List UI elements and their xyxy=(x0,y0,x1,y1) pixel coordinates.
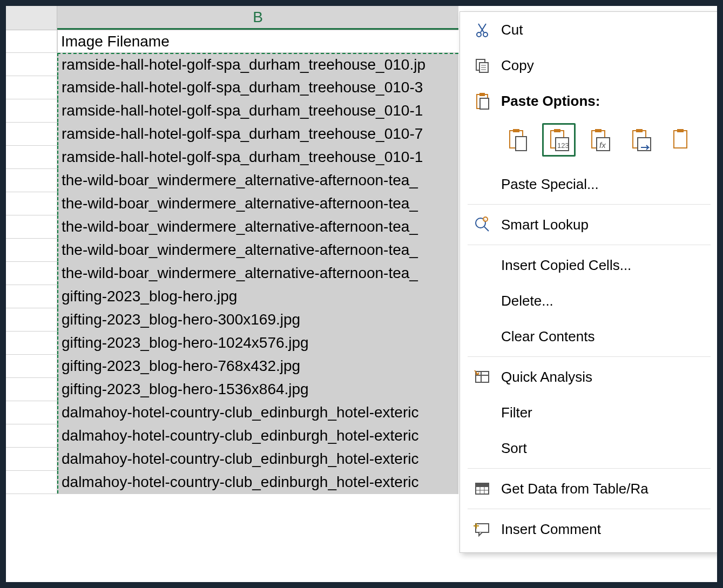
cell-a[interactable]: t/uplo xyxy=(4,424,57,447)
blank-icon xyxy=(470,291,495,310)
cell-a[interactable]: t/uplo xyxy=(4,192,57,215)
table-row: t/uplodalmahoy-hotel-country-club_edinbu… xyxy=(4,424,458,448)
table-row: t/uplogifting-2023_blog-hero-1024x576.jp… xyxy=(4,332,458,355)
copy-icon xyxy=(470,56,495,75)
table-row: t/uplogifting-2023_blog-hero-768x432.jpg xyxy=(4,355,458,378)
paste-option-formatting[interactable] xyxy=(665,123,699,157)
cell-a[interactable]: t/uplo xyxy=(4,146,57,168)
menu-get-data-from-table[interactable]: Get Data from Table/Ra xyxy=(460,471,718,506)
cell-b[interactable]: ramside-hall-hotel-golf-spa_durham_treeh… xyxy=(57,146,458,168)
svg-rect-9 xyxy=(480,98,489,109)
svg-text:i: i xyxy=(484,218,485,222)
quick-analysis-icon xyxy=(470,367,495,387)
cell-a[interactable]: t/uplo xyxy=(4,76,57,99)
cell-b[interactable]: ramside-hall-hotel-golf-spa_durham_treeh… xyxy=(57,99,458,122)
blank-icon xyxy=(470,327,495,346)
cell-b[interactable]: gifting-2023_blog-hero-300x169.jpg xyxy=(57,308,458,331)
svg-rect-30 xyxy=(476,371,489,382)
menu-separator xyxy=(468,468,711,469)
cell-b[interactable]: the-wild-boar_windermere_alternative-aft… xyxy=(57,262,458,285)
clipboard-icon xyxy=(470,91,495,111)
table-row: t/uplothe-wild-boar_windermere_alternati… xyxy=(4,215,458,239)
paste-option-transpose[interactable] xyxy=(624,123,658,157)
cell-b[interactable]: gifting-2023_blog-hero.jpg xyxy=(57,285,458,308)
cell-b[interactable]: dalmahoy-hotel-country-club_edinburgh_ho… xyxy=(57,448,458,470)
cell-b[interactable]: gifting-2023_blog-hero-768x432.jpg xyxy=(57,355,458,377)
cell-b[interactable]: ramside-hall-hotel-golf-spa_durham_treeh… xyxy=(57,76,458,99)
svg-rect-23 xyxy=(638,138,651,151)
svg-rect-38 xyxy=(476,524,489,532)
cell-a[interactable]: t/uplo xyxy=(4,355,57,377)
cell-a[interactable]: t/uplo xyxy=(4,53,57,76)
cell-b[interactable]: the-wild-boar_windermere_alternative-aft… xyxy=(57,192,458,215)
column-header-a[interactable] xyxy=(6,6,57,30)
menu-paste-special-label: Paste Special... xyxy=(495,176,718,193)
menu-delete-label: Delete... xyxy=(495,293,718,309)
menu-clear-contents[interactable]: Clear Contents xyxy=(460,319,718,354)
menu-filter-label: Filter xyxy=(495,404,718,421)
cell-b[interactable]: gifting-2023_blog-hero-1024x576.jpg xyxy=(57,332,458,354)
cell-a[interactable]: t/uplo xyxy=(4,285,57,308)
cell-b[interactable]: dalmahoy-hotel-country-club_edinburgh_ho… xyxy=(57,471,458,494)
menu-paste-special[interactable]: Paste Special... xyxy=(460,166,718,202)
table-row: t/uploramside-hall-hotel-golf-spa_durham… xyxy=(4,53,458,76)
svg-rect-8 xyxy=(479,93,485,96)
menu-insert-comment[interactable]: Insert Comment xyxy=(460,511,718,547)
menu-separator xyxy=(468,509,711,509)
cell-a[interactable]: t/uplo xyxy=(4,471,57,494)
menu-insert-copied-cells[interactable]: Insert Copied Cells... xyxy=(460,247,718,283)
svg-rect-12 xyxy=(516,137,526,151)
menu-paste-options-label: Paste Options: xyxy=(495,93,718,110)
table-row: t/uploramside-hall-hotel-golf-spa_durham… xyxy=(4,76,458,99)
cell-a[interactable]: t/uplo xyxy=(4,215,57,238)
scissors-icon xyxy=(470,20,495,39)
cell-a[interactable]: t/uplo xyxy=(4,448,57,470)
column-header-row: B xyxy=(4,6,458,30)
menu-quick-analysis[interactable]: Quick Analysis xyxy=(460,359,718,395)
cell-a[interactable]: t/uplo xyxy=(4,239,57,261)
table-row: t/uplodalmahoy-hotel-country-club_edinbu… xyxy=(4,401,458,424)
paste-option-values[interactable]: 123 xyxy=(542,123,576,157)
cell-a-header[interactable] xyxy=(4,30,57,52)
table-icon xyxy=(470,479,495,498)
cell-b[interactable]: gifting-2023_blog-hero-1536x864.jpg xyxy=(57,378,458,401)
paste-option-formulas[interactable]: fx xyxy=(583,123,617,157)
cell-b[interactable]: dalmahoy-hotel-country-club_edinburgh_ho… xyxy=(57,401,458,424)
menu-copy[interactable]: Copy xyxy=(460,48,718,83)
svg-point-1 xyxy=(483,32,488,37)
menu-sort-label: Sort xyxy=(495,440,718,457)
menu-copy-label: Copy xyxy=(495,57,718,74)
paste-option-paste[interactable] xyxy=(501,123,535,157)
cell-a[interactable]: t/uplo xyxy=(4,378,57,401)
cell-a[interactable]: t/uplo xyxy=(4,262,57,285)
table-row: t/uploramside-hall-hotel-golf-spa_durham… xyxy=(4,123,458,146)
cell-b[interactable]: ramside-hall-hotel-golf-spa_durham_treeh… xyxy=(57,53,458,76)
cell-b[interactable]: ramside-hall-hotel-golf-spa_durham_treeh… xyxy=(57,123,458,145)
blank-icon xyxy=(470,438,495,458)
svg-rect-14 xyxy=(554,129,560,132)
menu-filter[interactable]: Filter xyxy=(460,395,718,430)
cell-b[interactable]: the-wild-boar_windermere_alternative-aft… xyxy=(57,239,458,261)
cell-a[interactable]: t/uplo xyxy=(4,332,57,354)
table-header-row: Image Filename xyxy=(4,30,458,53)
menu-delete[interactable]: Delete... xyxy=(460,283,718,319)
menu-cut[interactable]: Cut xyxy=(460,12,718,48)
svg-rect-25 xyxy=(677,129,684,132)
column-header-b[interactable]: B xyxy=(57,6,458,30)
blank-icon xyxy=(470,174,495,194)
cell-b[interactable]: the-wild-boar_windermere_alternative-aft… xyxy=(57,215,458,238)
cell-a[interactable]: t/uplo xyxy=(4,123,57,145)
context-menu: Cut Copy Paste Options: 123 fx xyxy=(460,11,719,553)
cell-a[interactable]: t/uplo xyxy=(4,99,57,122)
cell-a[interactable]: t/uplo xyxy=(4,308,57,331)
menu-smart-lookup-label: Smart Lookup xyxy=(495,217,718,233)
cell-a[interactable]: t/uplo xyxy=(4,401,57,424)
spreadsheet-grid[interactable]: B Image Filename t/uploramside-hall-hote… xyxy=(4,6,458,582)
cell-b[interactable]: dalmahoy-hotel-country-club_edinburgh_ho… xyxy=(57,424,458,447)
menu-cut-label: Cut xyxy=(495,22,718,38)
cell-b[interactable]: the-wild-boar_windermere_alternative-aft… xyxy=(57,169,458,192)
cell-b-header[interactable]: Image Filename xyxy=(57,30,458,52)
cell-a[interactable]: t/uplo xyxy=(4,169,57,192)
menu-sort[interactable]: Sort xyxy=(460,430,718,466)
menu-smart-lookup[interactable]: i Smart Lookup xyxy=(460,207,718,242)
